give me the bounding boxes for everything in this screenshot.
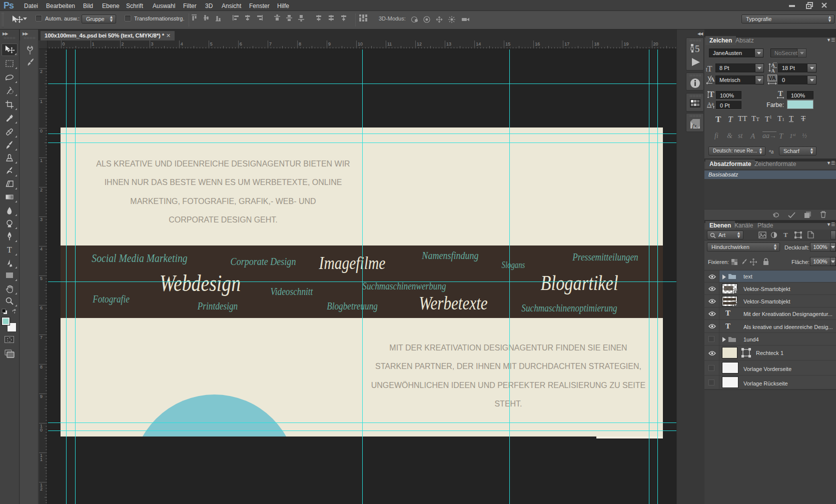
svg-text:5: 5: [695, 44, 700, 53]
svg-text:fx: fx: [692, 122, 697, 128]
svg-text:T: T: [7, 246, 12, 254]
svg-text:a: a: [711, 101, 714, 106]
svg-text:A: A: [771, 68, 775, 73]
svg-text:T: T: [708, 90, 714, 99]
svg-text:A: A: [771, 62, 775, 68]
svg-text:T: T: [778, 90, 783, 98]
